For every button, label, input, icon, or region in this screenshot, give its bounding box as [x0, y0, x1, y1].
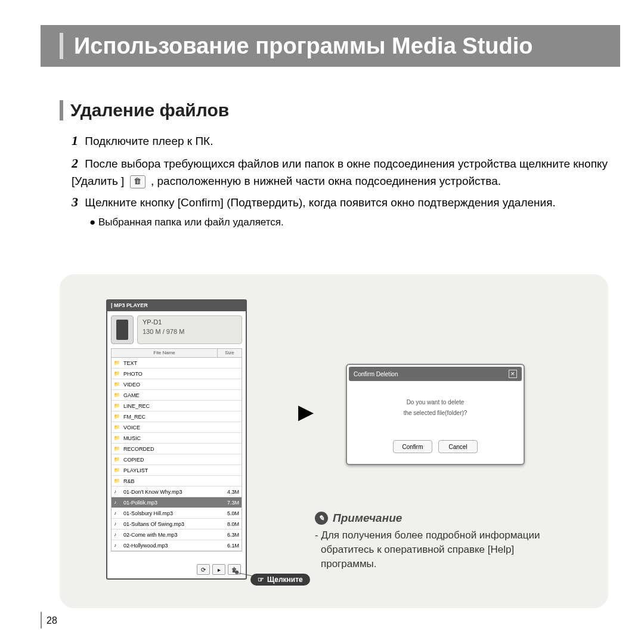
file-name: PHOTO [123, 371, 219, 377]
file-list-header: File Name Size [111, 348, 242, 358]
file-size: 8.0M [219, 521, 239, 527]
click-callout: ☞ Щелкните [250, 574, 310, 586]
dialog-line-1: Do you want to delete [347, 397, 524, 408]
file-name: 02-Come with Me.mp3 [123, 532, 219, 538]
file-icon: ♪ [114, 532, 121, 538]
file-name: LINE_REC [123, 403, 219, 409]
file-row[interactable]: 📁TEXT [112, 358, 242, 369]
step-3: 3 Щелкните кнопку [Confirm] (Подтвердить… [72, 193, 608, 212]
steps-block: 1 Подключите плеер к ПК. 2 После выбора … [72, 131, 608, 234]
play-button[interactable]: ▸ [212, 564, 225, 575]
device-memory: 130 M / 978 M [143, 328, 237, 335]
file-row[interactable]: 📁FM_REC [112, 411, 242, 422]
file-size: 6.1M [219, 543, 239, 549]
file-icon: ♪ [114, 500, 121, 506]
confirm-dialog: Confirm Deletion ✕ Do you want to delete… [346, 364, 525, 465]
folder-icon: 📁 [114, 425, 121, 431]
file-size: 4.3M [219, 489, 239, 495]
section-pipe [60, 100, 63, 120]
folder-icon: 📁 [114, 403, 121, 409]
trash-icon: 🗑 [130, 175, 145, 188]
folder-icon: 📁 [114, 414, 121, 420]
file-name: GAME [123, 392, 219, 398]
bullet-text: Выбранная папка или файл удаляется. [98, 216, 284, 228]
header-bar: Использование программы Media Studio [41, 25, 620, 67]
folder-icon: 📁 [114, 435, 121, 441]
file-row[interactable]: ♪01-Don't Know Why.mp34.3M [112, 487, 242, 497]
app-window: | MP3 PLAYER YP-D1 130 M / 978 M File Na… [106, 299, 247, 580]
folder-icon: 📁 [114, 382, 121, 388]
device-info: YP-D1 130 M / 978 M [137, 315, 242, 344]
step-2-text-b: , расположенную в нижней части окна подс… [151, 175, 501, 187]
file-name: TEXT [123, 360, 219, 366]
file-size: 6.3M [219, 532, 239, 538]
device-thumbnail [111, 315, 134, 344]
col-size: Size [218, 349, 242, 357]
folder-icon: 📁 [114, 457, 121, 463]
file-row[interactable]: 📁RECORDED [112, 444, 242, 454]
step-bullet: ● Выбранная папка или файл удаляется. [72, 215, 608, 230]
arrow-right-icon: ▶ [298, 400, 314, 423]
file-row[interactable]: 📁MUSIC [112, 433, 242, 444]
step-3-text: Щелкните кнопку [Confirm] (Подтвердить),… [85, 196, 555, 209]
folder-icon: 📁 [114, 467, 121, 473]
section-heading: Удаление файлов [60, 100, 229, 120]
file-icon: ♪ [114, 521, 121, 527]
file-name: VIDEO [123, 382, 219, 388]
file-name: FM_REC [123, 414, 219, 420]
file-row[interactable]: 📁PLAYLIST [112, 465, 242, 476]
note-heading: ✎ Примечание [315, 512, 572, 525]
note-heading-text: Примечание [333, 512, 402, 525]
file-row[interactable]: 📁PHOTO [112, 369, 242, 379]
file-name: PLAYLIST [123, 467, 219, 473]
file-row[interactable]: 📁VOICE [112, 422, 242, 433]
file-row[interactable]: ♪02-Hollywood.mp36.1M [112, 540, 242, 551]
file-name: MUSIC [123, 435, 219, 441]
folder-icon: 📁 [114, 371, 121, 377]
file-row[interactable]: ♪01-Sultans Of Swing.mp38.0M [112, 519, 242, 530]
col-filename: File Name [112, 349, 218, 357]
file-icon: ♪ [114, 489, 121, 495]
dialog-title-text: Confirm Deletion [354, 371, 398, 377]
device-box: YP-D1 130 M / 978 M [111, 315, 242, 345]
cancel-button[interactable]: Cancel [438, 440, 478, 453]
note-icon: ✎ [315, 512, 328, 525]
file-name: 01-Politik.mp3 [123, 500, 219, 506]
page-title: Использование программы Media Studio [74, 33, 533, 59]
step-2: 2 После выбора требующихся файлов или па… [72, 154, 608, 189]
file-row[interactable]: 📁COPIED [112, 454, 242, 465]
page-number: 28 [47, 615, 57, 626]
file-row[interactable]: ♪01-Politik.mp37.3M [112, 497, 242, 508]
step-num-3: 3 [72, 194, 78, 209]
step-num-2: 2 [72, 156, 78, 171]
device-name: YP-D1 [143, 318, 237, 326]
dialog-line-2: the selected file(folder)? [347, 408, 524, 419]
header-pipe [60, 33, 63, 59]
step-num-1: 1 [72, 133, 78, 148]
folder-icon: 📁 [114, 478, 121, 484]
section-title: Удаление файлов [70, 100, 229, 120]
app-footer: ⟳ ▸ 🗑 [197, 564, 241, 575]
hand-icon: ☞ [258, 575, 264, 584]
file-row[interactable]: 📁R&B [112, 476, 242, 487]
refresh-button[interactable]: ⟳ [197, 564, 210, 575]
file-icon: ♪ [114, 510, 121, 516]
file-row[interactable]: ♪01-Solsbury Hill.mp35.0M [112, 508, 242, 519]
file-list[interactable]: 📁TEXT📁PHOTO📁VIDEO📁GAME📁LINE_REC📁FM_REC📁V… [111, 358, 242, 552]
file-row[interactable]: ♪02-Come with Me.mp36.3M [112, 530, 242, 540]
close-icon[interactable]: ✕ [509, 370, 517, 378]
dialog-title-bar: Confirm Deletion ✕ [349, 367, 522, 381]
folder-icon: 📁 [114, 392, 121, 398]
file-row[interactable]: 📁GAME [112, 390, 242, 401]
file-name: COPIED [123, 457, 219, 463]
file-size: 5.0M [219, 510, 239, 516]
file-name: 02-Hollywood.mp3 [123, 543, 219, 549]
confirm-button[interactable]: Confirm [393, 440, 432, 453]
file-size: 7.3M [219, 500, 239, 506]
app-title: | MP3 PLAYER [107, 301, 246, 311]
step-1: 1 Подключите плеер к ПК. [72, 131, 608, 150]
file-name: VOICE [123, 425, 219, 431]
file-row[interactable]: 📁VIDEO [112, 379, 242, 390]
file-row[interactable]: 📁LINE_REC [112, 401, 242, 411]
dialog-body: Do you want to delete the selected file(… [347, 383, 524, 419]
